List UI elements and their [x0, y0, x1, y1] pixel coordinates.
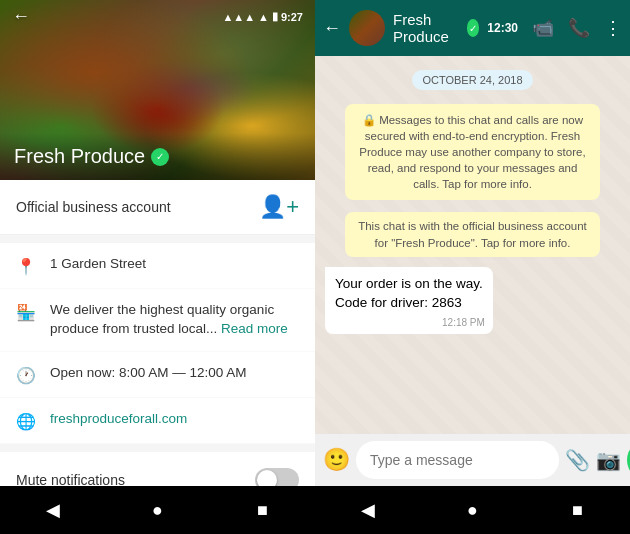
description-row: 🏪 We deliver the highest quality organic…: [0, 289, 315, 352]
website-link[interactable]: freshproduceforall.com: [50, 411, 187, 426]
right-nav-bar: ◀ ● ■: [315, 486, 630, 534]
phone-icon[interactable]: 📞: [568, 17, 590, 39]
attach-button[interactable]: 📎: [565, 448, 590, 472]
nav-home-right[interactable]: ●: [453, 490, 493, 530]
message-input[interactable]: [356, 441, 559, 479]
chat-input-bar: 🙂 📎 📷 🎤: [315, 434, 630, 486]
chat-name-text: Fresh Produce: [393, 11, 463, 45]
address-row: 📍 1 Garden Street: [0, 243, 315, 289]
emoji-button[interactable]: 🙂: [323, 447, 350, 473]
info-icon: 🏪: [16, 303, 36, 322]
hero-top-bar: ← ▲▲▲ ▲ ▮ 9:27: [0, 0, 315, 33]
left-content: Official business account 👤+ 📍 1 Garden …: [0, 180, 315, 486]
chat-messages: OCTOBER 24, 2018 🔒 Messages to this chat…: [315, 56, 630, 434]
official-row: Official business account 👤+: [0, 180, 315, 235]
section-divider: [0, 235, 315, 243]
message-text: Your order is on the way. Code for drive…: [335, 276, 483, 310]
hours-text: Open now: 8:00 AM — 12:00 AM: [50, 364, 247, 383]
left-nav-bar: ◀ ● ■: [0, 486, 315, 534]
chat-title-area[interactable]: Fresh Produce ✓: [393, 11, 479, 45]
website-text[interactable]: freshproduceforall.com: [50, 410, 187, 429]
toggle-knob: [257, 470, 277, 486]
nav-square-right[interactable]: ■: [558, 490, 598, 530]
date-badge: OCTOBER 24, 2018: [412, 70, 532, 90]
chat-avatar[interactable]: [349, 10, 385, 46]
address-text: 1 Garden Street: [50, 255, 146, 274]
info-section: Official business account 👤+: [0, 180, 315, 235]
business-name: Fresh Produce: [14, 145, 145, 168]
mute-row: Mute notifications: [0, 452, 315, 486]
right-panel: ← Fresh Produce ✓ 12:30 📹 📞 ⋮ OCTOBER 24…: [315, 0, 630, 534]
chat-back-button[interactable]: ←: [323, 18, 341, 39]
nav-home-left[interactable]: ●: [138, 490, 178, 530]
back-button[interactable]: ←: [12, 6, 30, 27]
read-more-link[interactable]: Read more: [221, 321, 288, 336]
time-left: 9:27: [281, 11, 303, 23]
location-icon: 📍: [16, 257, 36, 276]
globe-icon: 🌐: [16, 412, 36, 431]
chat-verified-badge: ✓: [467, 19, 480, 37]
signal-icon: ▲▲▲: [222, 11, 255, 23]
status-time-right: 12:30: [487, 21, 518, 35]
clock-icon: 🕐: [16, 366, 36, 385]
hero-overlay: Fresh Produce ✓: [0, 133, 315, 180]
nav-back-left[interactable]: ◀: [33, 490, 73, 530]
verified-badge: ✓: [151, 148, 169, 166]
chat-header-actions: 12:30 📹 📞 ⋮: [487, 17, 622, 39]
mute-label: Mute notifications: [16, 472, 125, 486]
message-bubble: Your order is on the way. Code for drive…: [325, 267, 493, 335]
section-divider-2: [0, 444, 315, 452]
nav-square-left[interactable]: ■: [243, 490, 283, 530]
chat-header: ← Fresh Produce ✓ 12:30 📹 📞 ⋮: [315, 0, 630, 56]
wifi-icon: ▲: [258, 11, 269, 23]
more-options-icon[interactable]: ⋮: [604, 17, 622, 39]
description-text: We deliver the highest quality organic p…: [50, 301, 299, 339]
chat-name: Fresh Produce ✓: [393, 11, 479, 45]
status-bar-left: ▲▲▲ ▲ ▮ 9:27: [222, 10, 303, 23]
official-label: Official business account: [16, 199, 171, 215]
camera-button[interactable]: 📷: [596, 448, 621, 472]
add-contact-button[interactable]: 👤+: [259, 194, 299, 220]
message-time: 12:18 PM: [442, 316, 485, 330]
left-panel: ← ▲▲▲ ▲ ▮ 9:27 Fresh Produce ✓ Official …: [0, 0, 315, 534]
video-call-icon[interactable]: 📹: [532, 17, 554, 39]
hero-title: Fresh Produce ✓: [14, 145, 301, 168]
battery-icon: ▮: [272, 10, 278, 23]
encryption-notice[interactable]: 🔒 Messages to this chat and calls are no…: [345, 104, 600, 200]
official-account-notice[interactable]: This chat is with the official business …: [345, 212, 600, 256]
mute-toggle[interactable]: [255, 468, 299, 486]
nav-back-right[interactable]: ◀: [348, 490, 388, 530]
website-row[interactable]: 🌐 freshproduceforall.com: [0, 398, 315, 444]
hero-section: ← ▲▲▲ ▲ ▮ 9:27 Fresh Produce ✓: [0, 0, 315, 180]
hours-row: 🕐 Open now: 8:00 AM — 12:00 AM: [0, 352, 315, 398]
